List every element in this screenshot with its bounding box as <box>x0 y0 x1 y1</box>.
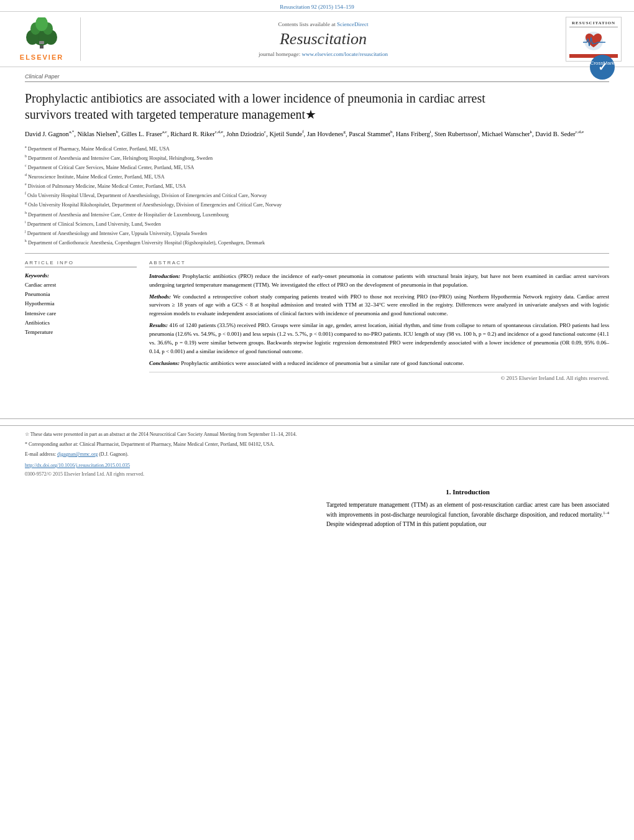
keywords-label: Keywords: <box>25 272 137 279</box>
citation-text: Resuscitation 92 (2015) 154–159 <box>280 4 354 10</box>
journal-header: ELSEVIER Contents lists available at Sci… <box>0 11 634 67</box>
affiliations: a Department of Pharmacy, Maine Medical … <box>25 144 609 246</box>
section-label: Clinical Paper <box>25 73 609 82</box>
article-info-panel: ARTICLE INFO Keywords: Cardiac arrest Pn… <box>25 260 137 381</box>
elsevier-text: ELSEVIER <box>20 53 63 61</box>
methods-text: We conducted a retrospective cohort stud… <box>149 293 609 317</box>
corresponding-footnote: * Corresponding author at: Clinical Phar… <box>25 441 609 448</box>
homepage-url[interactable]: www.elsevier.com/locate/resuscitation <box>302 51 388 57</box>
abstract-section: ABSTRACT Introduction: Prophylactic anti… <box>149 260 609 381</box>
contents-line: Contents lists available at ScienceDirec… <box>90 21 556 27</box>
article-title: Prophylactic antibiotics are associated … <box>25 90 535 122</box>
star-footnote: ☆ These data were presented in part as a… <box>25 431 609 438</box>
methods-label: Methods: <box>149 293 171 300</box>
abstract-header: ABSTRACT <box>149 260 609 267</box>
article-info-abstract: ARTICLE INFO Keywords: Cardiac arrest Pn… <box>25 260 609 381</box>
homepage-prefix: journal homepage: <box>259 51 300 57</box>
keyword-intensive-care: Intensive care <box>25 309 137 318</box>
keyword-hypothermia: Hypothermia <box>25 299 137 308</box>
crossmark-badge: CrossMark ✓ <box>589 54 615 81</box>
resus-logo-title: RESUSCITATION <box>569 21 618 27</box>
email-footnote: E-mail address: djgagnan@mmc.org (D.J. G… <box>25 451 609 458</box>
doi-link[interactable]: http://dx.doi.org/10.1016/j.resuscitatio… <box>25 463 130 468</box>
section-divider <box>25 253 609 254</box>
intro-right-col: 1. Introduction Targeted temperature man… <box>317 488 609 528</box>
keyword-antibiotics: Antibiotics <box>25 318 137 328</box>
intro-superscript: 1–4 <box>603 510 609 515</box>
intro-label: Introduction: <box>149 273 180 279</box>
journal-center: Contents lists available at ScienceDirec… <box>90 21 556 57</box>
keywords-list: Cardiac arrest Pneumonia Hypothermia Int… <box>25 280 137 338</box>
conclusions-text: Prophylactic antibiotics were associated… <box>181 360 464 366</box>
abstract-methods: Methods: We conducted a retrospective co… <box>149 293 609 319</box>
page: Resuscitation 92 (2015) 154–159 ELSEVIER <box>0 0 634 840</box>
keyword-pneumonia: Pneumonia <box>25 290 137 299</box>
heart-icon <box>581 30 606 52</box>
bottom-section: ☆ These data were presented in part as a… <box>0 418 634 528</box>
main-content: Clinical Paper Prophylactic antibiotics … <box>0 67 634 394</box>
journal-title: Resuscitation <box>90 30 556 48</box>
conclusions-label: Conclusions: <box>149 360 180 366</box>
abstract-copyright: © 2015 Elsevier Ireland Ltd. All rights … <box>149 372 609 381</box>
top-citation-bar: Resuscitation 92 (2015) 154–159 <box>0 0 634 11</box>
article-info-header: ARTICLE INFO <box>25 260 137 267</box>
intro-text: Prophylactic antibiotics (PRO) reduce th… <box>149 273 609 288</box>
svg-text:✓: ✓ <box>598 61 607 73</box>
abstract-conclusions: Conclusions: Prophylactic antibiotics we… <box>149 359 609 368</box>
elsevier-tree-icon <box>20 17 63 52</box>
sciencedirect-link[interactable]: ScienceDirect <box>337 21 368 27</box>
abstract-introduction: Introduction: Prophylactic antibiotics (… <box>149 272 609 290</box>
results-label: Results: <box>149 322 168 328</box>
email-link[interactable]: djgagnan@mmc.org <box>57 451 98 457</box>
abstract-text: Introduction: Prophylactic antibiotics (… <box>149 272 609 368</box>
issn-line: 0300-9572/© 2015 Elsevier Ireland Ltd. A… <box>25 471 609 478</box>
results-text: 416 of 1240 patients (33.5%) received PR… <box>149 322 609 354</box>
intro-left-col <box>25 488 317 528</box>
keyword-temperature: Temperature <box>25 328 137 337</box>
doi-line: http://dx.doi.org/10.1016/j.resuscitatio… <box>25 462 609 469</box>
introduction-title: 1. Introduction <box>326 488 609 496</box>
keywords-section: Keywords: Cardiac arrest Pneumonia Hypot… <box>25 272 137 338</box>
authors: David J. Gagnona,*, Niklas Nielsenb, Gil… <box>25 129 609 139</box>
homepage-line: journal homepage: www.elsevier.com/locat… <box>90 51 556 57</box>
svg-rect-7 <box>39 41 44 44</box>
introduction-text: Targeted temperature management (TTM) as… <box>326 501 609 528</box>
introduction-section: 1. Introduction Targeted temperature man… <box>0 488 634 528</box>
abstract-results: Results: 416 of 1240 patients (33.5%) re… <box>149 321 609 356</box>
keyword-cardiac-arrest: Cardiac arrest <box>25 280 137 290</box>
footnotes: ☆ These data were presented in part as a… <box>0 425 634 478</box>
elsevier-logo: ELSEVIER <box>12 17 81 61</box>
contents-prefix: Contents lists available at <box>278 21 336 27</box>
